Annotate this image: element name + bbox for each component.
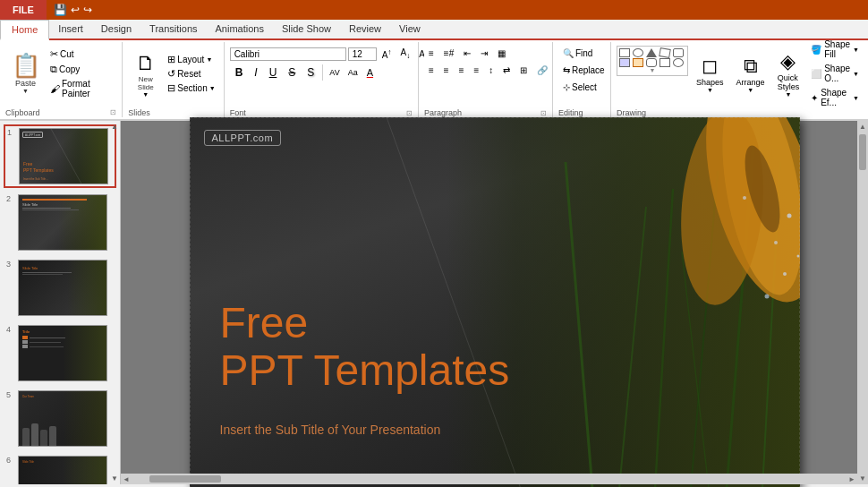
svg-point-15 (796, 254, 799, 257)
shape-outline-icon: ⬜ (811, 69, 821, 79)
paragraph-dialog-launcher[interactable]: ⊡ (540, 109, 547, 117)
tab-slideshow[interactable]: Slide Show (273, 20, 340, 38)
scroll-up-arrow[interactable]: ▲ (857, 121, 868, 132)
scroll-down-arrow[interactable]: ▼ (857, 473, 868, 484)
format-painter-button[interactable]: 🖌 Format Painter (47, 78, 116, 99)
columns-button[interactable]: ▦ (493, 46, 510, 61)
indent-dec-button[interactable]: ⇤ (459, 46, 475, 61)
slide-thumb-2[interactable]: 2 Slide Title (4, 192, 116, 253)
select-button[interactable]: ⊹ Select (558, 80, 605, 95)
text-align-button[interactable]: ⊞ (515, 63, 532, 78)
horizontal-scrollbar[interactable]: ◄ ► (121, 474, 857, 484)
font-group: A↑ A↓ A B I U S S AV Aa A Font ⊡ (225, 42, 419, 117)
bold-button[interactable]: B (230, 64, 249, 81)
spacing-button[interactable]: AV (326, 64, 343, 81)
title-bar: FILE 💾 ↩ ↪ Home Insert Design Transition… (0, 0, 868, 40)
redo-icon[interactable]: ↪ (83, 4, 92, 16)
increase-font-button[interactable]: A↑ (379, 46, 396, 62)
slide-thumb-5[interactable]: 5 Our Team (4, 388, 116, 449)
svg-point-16 (743, 196, 746, 200)
shadow-button[interactable]: S (302, 64, 319, 81)
shape-effects-button[interactable]: ✦ Shape Ef... ▼ (807, 87, 863, 108)
cut-icon: ✂ (50, 48, 58, 60)
slide-subtitle[interactable]: Insert the Sub Title of Your Presentatio… (220, 423, 441, 437)
replace-button[interactable]: ⇆ Replace (558, 63, 605, 78)
vertical-scrollbar[interactable]: ▲ ▼ (857, 121, 868, 484)
select-icon: ⊹ (563, 82, 570, 92)
paragraph-group: ≡ ≡# ⇤ ⇥ ▦ ≡ ≡ ≡ ≡ ↕ ⇄ ⊞ 🔗 Paragraph ⊡ (419, 42, 553, 117)
slide-thumb-6[interactable]: 6 🏃 Slide Title (4, 453, 116, 484)
layout-icon: ⊞ (167, 54, 175, 65)
line-spacing-button[interactable]: ↕ (484, 63, 498, 78)
new-slide-button[interactable]: 🗋 New Slide ▼ (128, 46, 163, 101)
indent-inc-button[interactable]: ⇥ (476, 46, 492, 61)
shape-outline-button[interactable]: ⬜ Shape O... ▼ (807, 63, 863, 84)
scroll-left-arrow[interactable]: ◄ (121, 474, 132, 485)
scroll-thumb[interactable] (859, 134, 866, 170)
new-slide-icon: 🗋 (136, 54, 156, 73)
cut-button[interactable]: ✂ Cut (47, 47, 116, 61)
font-color-button[interactable]: A (362, 64, 378, 81)
numbering-button[interactable]: ≡# (439, 46, 458, 61)
shape-fill-icon: 🪣 (811, 45, 821, 55)
slide-title[interactable]: Free PPT Templates (220, 300, 510, 395)
slides-group: 🗋 New Slide ▼ ⊞ Layout ▼ ↺ Reset ⊟ Secti… (123, 42, 224, 117)
quick-styles-button[interactable]: ◈ Quick Styles ▼ (773, 46, 804, 101)
tab-animations[interactable]: Animations (207, 20, 273, 38)
tab-review[interactable]: Review (340, 20, 390, 38)
underline-button[interactable]: U (264, 64, 283, 81)
bullets-button[interactable]: ≡ (424, 46, 438, 61)
svg-line-0 (51, 129, 82, 184)
replace-icon: ⇆ (563, 65, 570, 75)
clipboard-dialog-launcher[interactable]: ⊡ (110, 108, 116, 117)
tab-design[interactable]: Design (92, 20, 140, 38)
decrease-font-button[interactable]: A↓ (396, 46, 413, 62)
tab-home[interactable]: Home (0, 20, 49, 40)
slide-canvas[interactable]: ALLPPT.com Free PPT Templates Insert the… (190, 117, 800, 488)
svg-point-14 (774, 241, 778, 244)
svg-point-13 (787, 213, 791, 218)
tab-insert[interactable]: Insert (49, 20, 92, 38)
quick-styles-icon: ◈ (780, 50, 796, 73)
file-tab[interactable]: FILE (0, 0, 47, 20)
font-name-input[interactable] (230, 47, 346, 61)
slide-num-1: 1 (7, 128, 16, 137)
scroll-right-arrow[interactable]: ► (847, 474, 857, 485)
align-left-button[interactable]: ≡ (424, 63, 438, 78)
slide-thumb-1[interactable]: 1 FreePPT Templates Insert the Sub Title… (4, 124, 116, 188)
align-right-button[interactable]: ≡ (455, 63, 469, 78)
font-size-input[interactable] (348, 47, 377, 61)
undo-icon[interactable]: ↩ (71, 4, 80, 16)
slide-thumb-4[interactable]: 4 Title (4, 322, 116, 384)
tab-view[interactable]: View (390, 20, 430, 38)
slide-num-4: 4 (6, 325, 15, 334)
scroll-h-thumb[interactable] (149, 475, 221, 483)
convert-smartart-button[interactable]: 🔗 (532, 63, 552, 78)
paste-button[interactable]: 📋 Paste ▼ (5, 46, 46, 101)
strikethrough-button[interactable]: S (283, 64, 301, 81)
tab-transitions[interactable]: Transitions (140, 20, 206, 38)
arrange-button[interactable]: ⧉ Arrange ▼ (732, 46, 770, 101)
save-icon[interactable]: 💾 (54, 4, 67, 16)
justify-button[interactable]: ≡ (470, 63, 484, 78)
arrange-icon: ⧉ (744, 55, 758, 78)
panel-scroll-down[interactable]: ▼ (111, 474, 118, 483)
find-button[interactable]: 🔍 Find (558, 46, 605, 61)
shapes-panel[interactable]: ▼ (617, 46, 688, 76)
clipboard-group: 📋 Paste ▼ ✂ Cut ⧉ Copy 🖌 Format Painter (0, 42, 123, 117)
align-center-button[interactable]: ≡ (439, 63, 454, 78)
reset-button[interactable]: ↺ Reset (165, 67, 217, 81)
section-icon: ⊟ (167, 82, 175, 94)
shapes-button[interactable]: ◻ Shapes ▼ (692, 46, 728, 101)
shape-fill-button[interactable]: 🪣 Shape Fill ▼ (807, 38, 863, 60)
copy-button[interactable]: ⧉ Copy (47, 63, 116, 76)
find-icon: 🔍 (563, 48, 574, 58)
italic-button[interactable]: I (249, 64, 262, 81)
text-direction-button[interactable]: ⇄ (498, 63, 515, 78)
kern-button[interactable]: Aa (345, 64, 362, 81)
layout-button[interactable]: ⊞ Layout ▼ (165, 53, 217, 66)
section-button[interactable]: ⊟ Section ▼ (165, 81, 217, 95)
font-dialog-launcher[interactable]: ⊡ (406, 109, 413, 117)
panel-scroll-up[interactable]: ▲ (111, 123, 118, 131)
slide-thumb-3[interactable]: 3 Slide Title (4, 257, 116, 319)
